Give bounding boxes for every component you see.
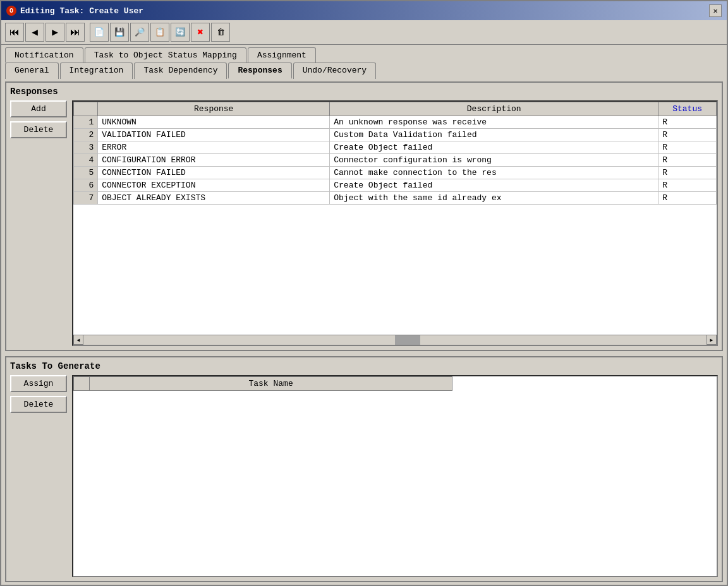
cancel-button[interactable]: ✖ [191,23,210,42]
table-row[interactable]: 5 CONNECTION FAILED Cannot make connecti… [74,167,717,179]
row-status: R [658,192,717,205]
save-button[interactable]: 💾 [110,23,129,42]
responses-inner: Add Delete Response Description Status [10,100,718,346]
tabs-row1: Notification Task to Object Status Mappi… [1,45,727,63]
responses-table-scroll[interactable]: Response Description Status 1 UNKNOWN An… [73,102,717,335]
table-row[interactable]: 6 CONNECTOR EXCEPTION Create Object fail… [74,179,717,192]
row-description: Custom Data Validation failed [330,129,658,141]
tabs-row2: General Integration Task Dependency Resp… [1,63,727,79]
row-description: Cannot make connection to the res [330,167,658,179]
tab-task-object-mapping[interactable]: Task to Object Status Mapping [85,47,246,63]
row-num: 4 [74,154,98,167]
main-content: Responses Add Delete Response Descr [1,79,727,585]
tab-notification[interactable]: Notification [5,47,83,63]
tasks-inner: Assign Delete Task Name [10,375,718,577]
responses-title: Responses [10,87,718,97]
title-bar-left: O Editing Task: Create User [6,6,143,16]
row-response: VALIDATION FAILED [98,129,330,141]
delete-tasks-button[interactable]: Delete [10,396,67,413]
responses-hscrollbar[interactable]: ◀ ▶ [73,335,717,345]
row-response: OBJECT ALREADY EXISTS [98,192,330,205]
last-button[interactable]: ⏭ [66,23,85,42]
delete-responses-button[interactable]: Delete [10,121,67,138]
table-row[interactable]: 4 CONFIGURATION ERROR Connector configur… [74,154,717,167]
row-status: R [658,141,717,154]
scroll-thumb [395,335,420,345]
new-button[interactable]: 📄 [90,23,109,42]
copy-button[interactable]: 📋 [150,23,169,42]
scroll-track[interactable] [83,335,707,345]
next-button[interactable]: ▶ [46,23,64,42]
row-description: Create Object failed [330,141,658,154]
tasks-table: Task Name [73,376,452,391]
row-response: CONNECTOR EXCEPTION [98,179,330,192]
task-col-name-header: Task Name [90,376,452,390]
row-response: CONNECTION FAILED [98,167,330,179]
assign-button[interactable]: Assign [10,375,67,392]
tab-integration[interactable]: Integration [60,63,133,79]
prev-button[interactable]: ◀ [25,23,44,42]
scroll-left-btn[interactable]: ◀ [73,335,83,345]
table-row[interactable]: 2 VALIDATION FAILED Custom Data Validati… [74,129,717,141]
row-num: 5 [74,167,98,179]
row-num: 1 [74,116,98,129]
row-status: R [658,116,717,129]
title-bar: O Editing Task: Create User ✕ [1,1,727,20]
row-description: Object with the same id already ex [330,192,658,205]
task-col-num-header [74,376,90,390]
tasks-title: Tasks To Generate [10,361,718,371]
row-num: 6 [74,179,98,192]
col-description-header: Description [330,102,658,116]
add-button[interactable]: Add [10,100,67,117]
row-response: CONFIGURATION ERROR [98,154,330,167]
row-status: R [658,154,717,167]
window-title: Editing Task: Create User [20,6,143,16]
tab-general[interactable]: General [5,63,59,79]
row-description: Connector configuration is wrong [330,154,658,167]
responses-buttons: Add Delete [10,100,67,346]
tab-undo-recovery[interactable]: Undo/Recovery [293,63,376,79]
close-button[interactable]: ✕ [709,4,722,17]
row-status: R [658,129,717,141]
toolbar: ⏮ ◀ ▶ ⏭ 📄 💾 🔎 📋 🔄 ✖ 🗑 [1,20,727,45]
app-icon: O [6,6,16,16]
tasks-table-container[interactable]: Task Name [72,375,718,577]
responses-section: Responses Add Delete Response Descr [5,81,723,351]
col-response-header: Response [98,102,330,116]
responses-table-container: Response Description Status 1 UNKNOWN An… [72,100,718,346]
tasks-buttons: Assign Delete [10,375,67,577]
row-status: R [658,179,717,192]
tasks-section: Tasks To Generate Assign Delete Task Nam… [5,356,723,582]
tab-assignment[interactable]: Assignment [248,47,316,63]
trash-button[interactable]: 🗑 [211,23,230,42]
row-response: UNKNOWN [98,116,330,129]
refresh-button[interactable]: 🔄 [171,23,190,42]
row-status: R [658,167,717,179]
row-num: 3 [74,141,98,154]
find-button[interactable]: 🔎 [130,23,149,42]
first-button[interactable]: ⏮ [5,23,24,42]
tab-task-dependency[interactable]: Task Dependency [134,63,227,79]
col-num-header [74,102,98,116]
table-row[interactable]: 1 UNKNOWN An unknown response was receiv… [74,116,717,129]
row-num: 7 [74,192,98,205]
row-response: ERROR [98,141,330,154]
row-description: An unknown response was receive [330,116,658,129]
row-num: 2 [74,129,98,141]
responses-table: Response Description Status 1 UNKNOWN An… [73,102,717,205]
col-status-header: Status [658,102,717,116]
main-window: O Editing Task: Create User ✕ ⏮ ◀ ▶ ⏭ 📄 … [0,0,728,586]
scroll-right-btn[interactable]: ▶ [707,335,717,345]
row-description: Create Object failed [330,179,658,192]
tab-responses[interactable]: Responses [228,63,291,79]
table-row[interactable]: 3 ERROR Create Object failed R [74,141,717,154]
table-row[interactable]: 7 OBJECT ALREADY EXISTS Object with the … [74,192,717,205]
